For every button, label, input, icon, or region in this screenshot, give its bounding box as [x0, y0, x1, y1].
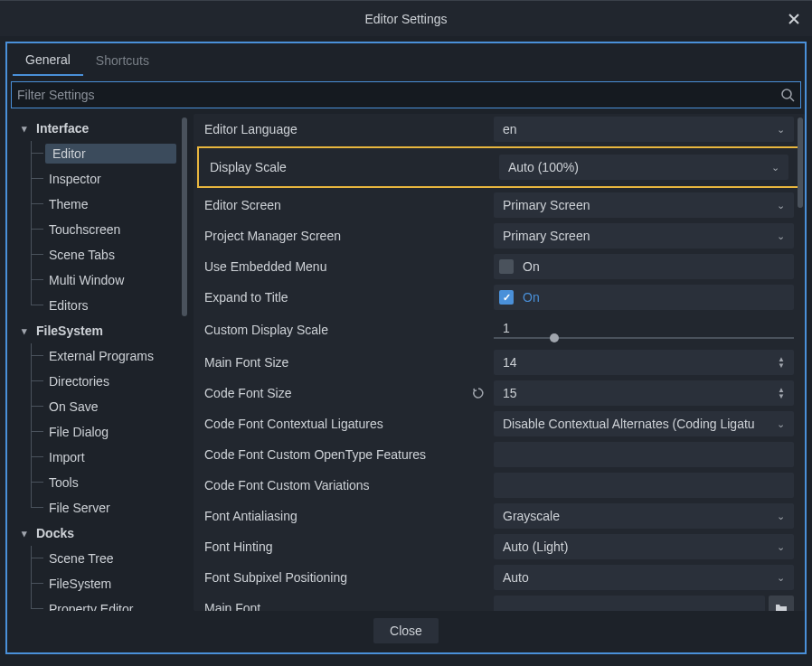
reset-icon	[472, 387, 485, 399]
use-embedded-menu-checkbox[interactable]	[499, 259, 514, 274]
dialog-frame: General Shortcuts ▾Interface Editor Insp…	[5, 42, 807, 654]
content-scrollbar[interactable]	[798, 117, 803, 208]
sidebar-item-editor[interactable]: Editor	[7, 141, 182, 166]
sidebar-item-scene-tabs[interactable]: Scene Tabs	[7, 242, 182, 267]
main-font-path-input[interactable]	[494, 596, 765, 611]
setting-main-font-size: Main Font Size 14▲▼	[194, 347, 805, 378]
tab-general[interactable]: General	[13, 45, 83, 76]
window-close-button[interactable]	[783, 8, 805, 30]
setting-main-font: Main Font	[194, 593, 805, 611]
sidebar-item-theme[interactable]: Theme	[7, 192, 182, 217]
code-font-ligatures-dropdown[interactable]: Disable Contextual Alternates (Coding Li…	[494, 411, 794, 436]
sidebar-item-file-server[interactable]: File Server	[7, 495, 182, 521]
filter-row	[7, 78, 805, 114]
titlebar: Editor Settings	[0, 0, 812, 36]
sidebar-item-multi-window[interactable]: Multi Window	[7, 267, 182, 293]
sidebar-item-editors[interactable]: Editors	[7, 293, 182, 318]
display-scale-dropdown[interactable]: Auto (100%)⌄	[499, 155, 788, 180]
sidebar-item-import[interactable]: Import	[7, 445, 182, 470]
chevron-down-icon: ⌄	[777, 418, 785, 430]
editor-screen-dropdown[interactable]: Primary Screen⌄	[494, 192, 794, 218]
stepper-arrows-icon: ▲▼	[778, 387, 785, 399]
settings-sidebar: ▾Interface Editor Inspector Theme Touchs…	[7, 114, 188, 611]
dialog-footer: Close	[7, 611, 805, 652]
editor-language-dropdown[interactable]: en⌄	[494, 117, 794, 142]
sidebar-item-file-dialog[interactable]: File Dialog	[7, 419, 182, 445]
sidebar-item-directories[interactable]: Directories	[7, 369, 182, 394]
setting-project-manager-screen: Project Manager Screen Primary Screen⌄	[194, 220, 805, 251]
chevron-down-icon: ⌄	[777, 511, 785, 522]
chevron-down-icon: ⌄	[777, 572, 785, 584]
sidebar-item-tools[interactable]: Tools	[7, 470, 182, 495]
sidebar-item-inspector[interactable]: Inspector	[7, 166, 182, 192]
sidebar-item-external-programs[interactable]: External Programs	[7, 343, 182, 369]
sidebar-item-scene-tree[interactable]: Scene Tree	[7, 546, 182, 571]
sidebar-item-touchscreen[interactable]: Touchscreen	[7, 217, 182, 242]
sidebar-category-interface[interactable]: ▾Interface	[7, 116, 182, 141]
reset-property-button[interactable]	[468, 387, 488, 399]
custom-display-scale-value: 1	[494, 321, 510, 337]
chevron-down-icon: ▾	[22, 325, 34, 337]
code-font-variations-input[interactable]	[494, 473, 794, 498]
chevron-down-icon: ⌄	[777, 541, 785, 553]
dialog-body: ▾Interface Editor Inspector Theme Touchs…	[7, 114, 805, 611]
main-font-size-stepper[interactable]: 14▲▼	[494, 350, 794, 375]
setting-font-hinting: Font Hinting Auto (Light)⌄	[194, 531, 805, 562]
sidebar-item-docks-filesystem[interactable]: FileSystem	[7, 571, 182, 596]
setting-editor-screen: Editor Screen Primary Screen⌄	[194, 190, 805, 220]
chevron-down-icon: ▾	[22, 528, 34, 539]
custom-display-scale-slider[interactable]	[494, 337, 794, 339]
close-button[interactable]: Close	[373, 618, 439, 643]
window-title: Editor Settings	[364, 12, 447, 26]
setting-code-font-opentype: Code Font Custom OpenType Features	[194, 439, 805, 470]
setting-code-font-variations: Code Font Custom Variations	[194, 470, 805, 501]
slider-thumb[interactable]	[550, 333, 559, 342]
settings-content: Editor Language en⌄ Display Scale Auto (…	[194, 114, 805, 611]
setting-editor-language: Editor Language en⌄	[194, 114, 805, 145]
sidebar-item-property-editor[interactable]: Property Editor	[7, 596, 182, 611]
sidebar-category-docks[interactable]: ▾Docks	[7, 521, 182, 546]
stepper-arrows-icon: ▲▼	[778, 356, 785, 369]
setting-custom-display-scale: Custom Display Scale 1	[194, 313, 805, 347]
setting-font-antialiasing: Font Antialiasing Grayscale⌄	[194, 501, 805, 531]
expand-to-title-checkbox[interactable]	[499, 290, 514, 305]
filter-input[interactable]	[17, 88, 780, 102]
filter-wrapper	[11, 81, 801, 108]
setting-expand-to-title: Expand to Title On	[194, 282, 805, 313]
setting-code-font-size: Code Font Size 15▲▼	[194, 378, 805, 408]
chevron-down-icon: ⌄	[777, 124, 785, 136]
code-font-opentype-input[interactable]	[494, 442, 794, 467]
main-font-browse-button[interactable]	[769, 596, 794, 611]
folder-icon	[775, 603, 788, 611]
chevron-down-icon: ⌄	[771, 162, 779, 174]
setting-code-font-ligatures: Code Font Contextual Ligatures Disable C…	[194, 408, 805, 439]
setting-font-subpixel: Font Subpixel Positioning Auto⌄	[194, 562, 805, 593]
sidebar-item-on-save[interactable]: On Save	[7, 394, 182, 419]
tabs-bar: General Shortcuts	[7, 43, 805, 78]
sidebar-category-filesystem[interactable]: ▾FileSystem	[7, 318, 182, 343]
project-manager-screen-dropdown[interactable]: Primary Screen⌄	[494, 223, 794, 249]
font-subpixel-dropdown[interactable]: Auto⌄	[494, 565, 794, 590]
chevron-down-icon: ▾	[22, 123, 34, 135]
sidebar-scrollbar[interactable]	[182, 117, 187, 316]
setting-display-scale: Display Scale Auto (100%)⌄	[197, 146, 801, 188]
font-hinting-dropdown[interactable]: Auto (Light)⌄	[494, 534, 794, 559]
tab-shortcuts[interactable]: Shortcuts	[83, 46, 162, 75]
code-font-size-stepper[interactable]: 15▲▼	[494, 380, 794, 406]
setting-use-embedded-menu: Use Embedded Menu On	[194, 251, 805, 282]
svg-point-0	[782, 89, 791, 98]
chevron-down-icon: ⌄	[777, 230, 785, 242]
close-icon	[788, 13, 800, 25]
font-antialiasing-dropdown[interactable]: Grayscale⌄	[494, 503, 794, 529]
chevron-down-icon: ⌄	[777, 200, 785, 211]
search-icon	[780, 88, 795, 102]
